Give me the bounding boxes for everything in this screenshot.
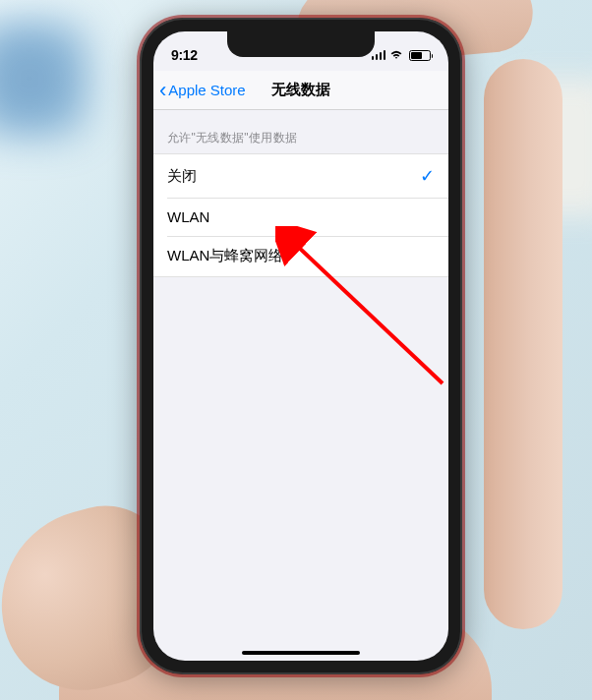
chevron-left-icon: ‹ xyxy=(159,80,166,101)
option-wlan[interactable]: WLAN xyxy=(153,198,448,236)
wifi-icon xyxy=(389,50,403,60)
battery-icon xyxy=(409,50,431,61)
iphone-device-frame: 9:12 ‹ Apple Store 无线数据 允许" xyxy=(140,18,462,674)
status-indicators xyxy=(372,50,432,61)
phone-screen: 9:12 ‹ Apple Store 无线数据 允许" xyxy=(153,31,448,661)
checkmark-icon: ✓ xyxy=(420,165,435,187)
back-button[interactable]: ‹ Apple Store xyxy=(153,80,246,101)
cellular-signal-icon xyxy=(372,50,386,60)
option-label: WLAN与蜂窝网络 xyxy=(167,247,283,265)
background-blur xyxy=(0,20,89,138)
section-header: 允许"无线数据"使用数据 xyxy=(153,110,448,153)
navigation-bar: ‹ Apple Store 无线数据 xyxy=(153,71,448,110)
option-wlan-cellular[interactable]: WLAN与蜂窝网络 xyxy=(153,236,448,276)
option-label: WLAN xyxy=(167,208,209,225)
options-list: 关闭 ✓ WLAN WLAN与蜂窝网络 xyxy=(153,153,448,277)
settings-content: 允许"无线数据"使用数据 关闭 ✓ WLAN WLAN与蜂窝网络 xyxy=(153,110,448,277)
option-off[interactable]: 关闭 ✓ xyxy=(153,154,448,198)
background-blur xyxy=(513,79,592,216)
notch xyxy=(227,31,375,57)
back-label: Apple Store xyxy=(168,82,245,98)
home-indicator[interactable] xyxy=(242,651,360,655)
status-time: 9:12 xyxy=(171,47,198,63)
option-label: 关闭 xyxy=(167,167,197,186)
